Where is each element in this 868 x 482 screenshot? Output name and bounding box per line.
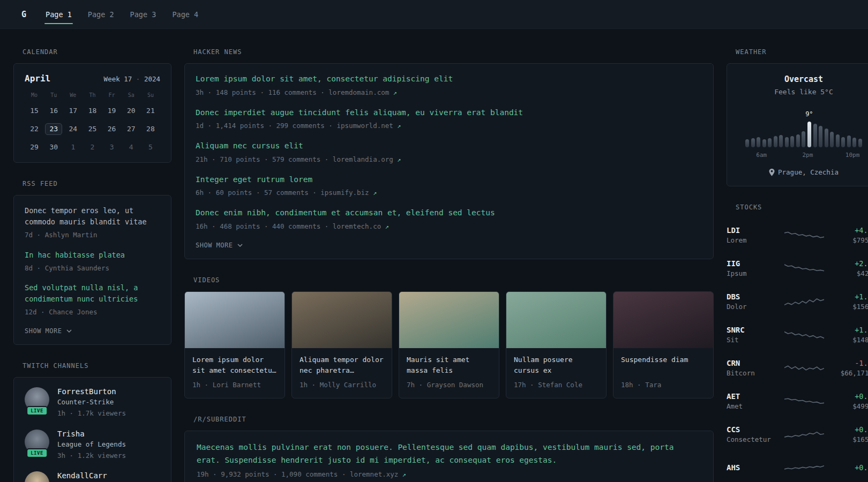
stock-id: DBSDolor — [727, 292, 778, 311]
twitch-channel[interactable]: LIVETrishaLeague of Legends3h · 1.2k vie… — [25, 430, 160, 461]
twitch-channel[interactable]: LIVEKendallCarr — [25, 471, 160, 482]
stock-sparkline — [784, 425, 824, 443]
day-number: 3 — [110, 143, 114, 151]
hn-item-meta: 16h · 468 points · 440 comments · loremt… — [196, 222, 702, 232]
video-thumbnail[interactable] — [292, 292, 392, 348]
video-title[interactable]: Nullam posuere cursus ex — [514, 355, 598, 376]
video-card[interactable]: Lorem ipsum dolor sit amet consectetu…1h… — [184, 291, 285, 398]
external-link-icon[interactable]: ↗ — [397, 122, 401, 130]
weather-bar — [768, 138, 772, 147]
video-thumbnail[interactable] — [506, 292, 606, 348]
channel-name[interactable]: KendallCarr — [57, 471, 107, 480]
video-card[interactable]: Aliquam tempor dolor nec pharetra…1h · M… — [291, 291, 392, 398]
hn-item: Lorem ipsum dolor sit amet, consectetur … — [196, 73, 702, 98]
external-link-icon[interactable]: ↗ — [385, 223, 389, 230]
video-title[interactable]: Lorem ipsum dolor sit amet consectetu… — [192, 355, 277, 376]
weather-location-row: Prague, Czechia — [738, 168, 868, 176]
external-link-icon[interactable]: ↗ — [397, 156, 401, 163]
rss-item-title[interactable]: Donec tempor eros leo, ut commodo mauris… — [25, 205, 160, 228]
video-title[interactable]: Mauris sit amet massa felis — [407, 355, 491, 376]
weather-feels-like: Feels like 5°C — [738, 88, 868, 96]
show-more-label: SHOW MORE — [25, 327, 62, 335]
video-card[interactable]: Suspendisse diam18h · Tara — [613, 291, 714, 398]
day-number: 2 — [91, 143, 95, 151]
video-meta: 17h · Stefan Cole — [514, 380, 598, 390]
weather-bar — [790, 136, 794, 147]
hn-item-title[interactable]: Integer eget rutrum lorem — [196, 174, 702, 186]
video-thumbnail[interactable] — [399, 292, 499, 348]
day-number: 15 — [30, 107, 39, 115]
stock-id: CRNBitcorn — [727, 359, 778, 377]
external-link-icon[interactable]: ↗ — [393, 89, 397, 96]
video-info: Aliquam tempor dolor nec pharetra…1h · M… — [292, 348, 392, 398]
stock-id: IIGIpsum — [727, 259, 778, 277]
video-thumbnail[interactable] — [185, 292, 285, 348]
subreddit-post-meta: 19h · 9,932 points · 1,090 comments · lo… — [197, 470, 701, 480]
stock-row: IIGIpsum+2.84%$42.04 — [727, 252, 868, 285]
calendar-day: 27 — [122, 123, 141, 135]
subreddit-widget: Maecenas mollis pulvinar erat non posuer… — [184, 431, 714, 482]
subreddit-section-title: /R/SUBREDDIT — [193, 416, 714, 423]
hn-item-title[interactable]: Aliquam nec cursus elit — [196, 140, 702, 152]
weather-bar — [796, 134, 800, 147]
stock-change: +0.51% — [830, 425, 868, 434]
location-pin-icon — [769, 169, 775, 176]
calendar-section-title: CALENDAR — [23, 48, 171, 56]
weather-chart: 9° — [745, 109, 862, 147]
stock-price: $66,171.48 — [830, 369, 868, 377]
calendar-day: 2 — [83, 141, 102, 154]
stock-values: -1.00%$66,171.48 — [830, 359, 868, 377]
tab-page-3[interactable]: Page 3 — [129, 0, 158, 28]
video-card[interactable]: Nullam posuere cursus ex17h · Stefan Col… — [506, 291, 607, 398]
stock-row: CRNBitcorn-1.00%$66,171.48 — [727, 351, 868, 385]
day-number: 16 — [49, 107, 58, 115]
calendar-day: 20 — [122, 104, 141, 117]
rss-item-title[interactable]: In hac habitasse platea — [25, 250, 160, 261]
video-thumbnail[interactable] — [613, 292, 713, 348]
calendar-day: 3 — [102, 141, 122, 154]
stock-change: +2.84% — [830, 259, 868, 268]
weather-time-label: 10pm — [845, 152, 860, 159]
calendar-year: 2024 — [144, 75, 160, 83]
stock-name: Sit — [727, 336, 778, 344]
channel-name[interactable]: Trisha — [57, 430, 126, 438]
day-number: 29 — [30, 143, 39, 151]
stock-symbol: CCS — [727, 425, 778, 434]
channel-name[interactable]: ForrestBurton — [57, 387, 126, 396]
chevron-down-icon — [237, 244, 243, 247]
stock-values: +1.36%$148.64 — [830, 326, 868, 344]
video-meta: 18h · Tara — [621, 380, 706, 390]
tab-page-2[interactable]: Page 2 — [87, 0, 115, 28]
hn-item-title[interactable]: Donec imperdiet augue tincidunt felis al… — [196, 107, 702, 119]
tab-page-1[interactable]: Page 1 — [44, 0, 73, 28]
twitch-list: LIVEForrestBurtonCounter-Strike1h · 1.7k… — [25, 387, 160, 482]
tab-page-4[interactable]: Page 4 — [171, 0, 199, 28]
stock-id: AHS — [727, 463, 778, 472]
stock-id: AETAmet — [727, 392, 778, 410]
twitch-channel[interactable]: LIVEForrestBurtonCounter-Strike1h · 1.7k… — [25, 387, 160, 419]
calendar-day: 26 — [102, 123, 122, 135]
rss-show-more-button[interactable]: SHOW MORE — [25, 327, 160, 335]
calendar-day: 15 — [25, 104, 44, 117]
hn-item-title[interactable]: Donec enim nibh, condimentum et accumsan… — [196, 207, 702, 219]
hackernews-show-more-button[interactable]: SHOW MORE — [196, 242, 702, 249]
video-title[interactable]: Aliquam tempor dolor nec pharetra… — [300, 355, 384, 376]
stock-values: +2.84%$42.04 — [830, 259, 868, 277]
subreddit-post-title[interactable]: Maecenas mollis pulvinar erat non posuer… — [197, 441, 701, 467]
hn-item-title[interactable]: Lorem ipsum dolor sit amet, consectetur … — [196, 73, 702, 85]
video-info: Suspendisse diam18h · Tara — [613, 348, 713, 398]
external-link-icon[interactable]: ↗ — [402, 471, 406, 478]
stock-symbol: IIG — [727, 259, 778, 268]
calendar-day: 1 — [63, 141, 83, 154]
video-title[interactable]: Suspendisse diam — [621, 355, 706, 376]
rss-item-title[interactable]: Sed volutpat nulla nisl, a condimentum n… — [25, 282, 160, 305]
subreddit-section: /R/SUBREDDIT Maecenas mollis pulvinar er… — [184, 416, 714, 482]
video-card[interactable]: Mauris sit amet massa felis7h · Grayson … — [399, 291, 499, 398]
stock-price: $148.64 — [830, 336, 868, 344]
rss-item-meta: 7d · Ashlyn Martin — [25, 230, 160, 240]
external-link-icon[interactable]: ↗ — [373, 189, 377, 197]
stocks-section: STOCKS LDILorem+4.35%$795.18IIGIpsum+2.8… — [727, 204, 868, 482]
weather-bar — [757, 137, 760, 147]
channel-info: KendallCarr — [57, 471, 107, 480]
app-logo[interactable]: G — [21, 10, 26, 19]
